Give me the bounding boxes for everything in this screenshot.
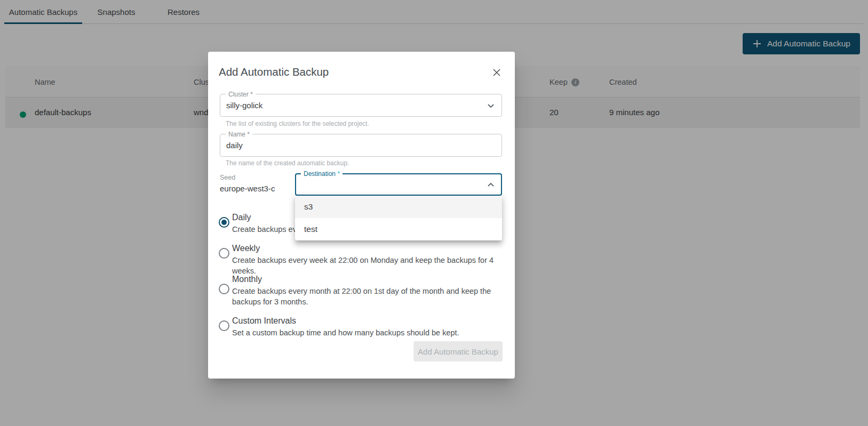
- name-field-value: daily: [226, 141, 243, 150]
- name-helper-text: The name of the created automatic backup…: [226, 159, 349, 167]
- radio-monthly-description: Create backups every month at 22:00 on 1…: [232, 286, 495, 307]
- destination-option-s3[interactable]: s3: [295, 196, 502, 218]
- dialog-title: Add Automatic Backup: [219, 66, 329, 78]
- radio-weekly-description: Create backups every week at 22:00 on Mo…: [232, 255, 495, 276]
- radio-daily-label: Daily: [232, 213, 251, 222]
- radio-monthly-label: Monthly: [232, 275, 262, 284]
- cluster-helper-text: The list of existing clusters for the se…: [226, 120, 369, 127]
- chevron-up-icon[interactable]: [485, 180, 496, 190]
- close-dialog-button[interactable]: [490, 67, 503, 79]
- radio-custom-intervals-label: Custom Intervals: [232, 316, 296, 326]
- destination-option-test[interactable]: test: [295, 218, 502, 240]
- close-icon: [491, 67, 502, 78]
- cluster-field-value: silly-golick: [226, 101, 262, 110]
- radio-monthly[interactable]: [219, 284, 229, 294]
- destination-field-label: Destination *: [301, 170, 343, 178]
- cluster-field-label: Cluster *: [226, 91, 256, 98]
- radio-daily[interactable]: [219, 217, 229, 228]
- destination-options-menu: s3 test: [295, 196, 502, 240]
- seed-value: europe-west3-c: [220, 184, 275, 193]
- chevron-down-icon[interactable]: [485, 100, 496, 111]
- submit-add-backup-button[interactable]: Add Automatic Backup: [413, 341, 503, 361]
- radio-weekly-label: Weekly: [232, 244, 260, 253]
- destination-select[interactable]: Destination *: [295, 173, 502, 196]
- name-input[interactable]: Name * daily: [220, 134, 502, 157]
- cluster-select[interactable]: Cluster * silly-golick: [220, 94, 502, 117]
- name-field-label: Name *: [226, 131, 252, 138]
- radio-custom-intervals[interactable]: [219, 320, 229, 331]
- radio-custom-intervals-description: Set a custom backup time and how many ba…: [232, 327, 495, 338]
- seed-label: Seed: [220, 174, 235, 181]
- radio-weekly[interactable]: [219, 248, 229, 259]
